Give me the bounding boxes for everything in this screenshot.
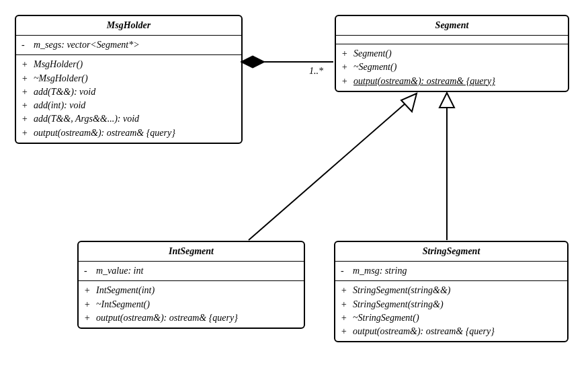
visibility: + <box>84 298 92 311</box>
class-stringsegment: StringSegment -m_msg: string +StringSegm… <box>334 241 569 342</box>
signature: output(ostream&): ostream& {query} <box>34 126 236 140</box>
visibility: + <box>341 47 349 61</box>
svg-marker-5 <box>439 93 454 108</box>
class-title-msgholder: MsgHolder <box>16 16 241 36</box>
ops-intsegment: +IntSegment(int) +~IntSegment() +output(… <box>79 280 304 328</box>
class-title-intsegment: IntSegment <box>79 242 304 262</box>
class-msgholder: MsgHolder - m_segs: vector<Segment*> +Ms… <box>15 15 243 144</box>
visibility: - <box>341 264 349 278</box>
signature: StringSegment(string&) <box>353 298 562 311</box>
visibility: + <box>22 112 30 126</box>
signature: MsgHolder() <box>34 58 236 71</box>
op-row: +~Segment() <box>341 61 562 74</box>
attrs-segment <box>336 36 568 44</box>
signature: output(ostream&): ostream& {query} <box>353 75 562 88</box>
svg-marker-3 <box>401 93 417 112</box>
attrs-msgholder: - m_segs: vector<Segment*> <box>16 36 241 54</box>
class-title-segment: Segment <box>336 16 568 36</box>
visibility: + <box>341 325 349 338</box>
svg-line-2 <box>249 99 411 240</box>
signature: m_segs: vector<Segment*> <box>34 38 236 52</box>
rel-generalization-stringsegment-segment <box>439 93 454 240</box>
visibility: + <box>84 284 92 297</box>
attr-row: -m_msg: string <box>341 264 562 278</box>
visibility: + <box>22 85 30 99</box>
op-row: +StringSegment(string&) <box>341 298 562 311</box>
op-row: +MsgHolder() <box>22 58 236 71</box>
signature: StringSegment(string&&) <box>353 284 562 297</box>
signature: ~StringSegment() <box>353 311 562 325</box>
ops-segment: +Segment() +~Segment() +output(ostream&)… <box>336 44 568 91</box>
attr-row: - m_segs: vector<Segment*> <box>22 38 236 52</box>
signature: ~MsgHolder() <box>34 72 236 85</box>
visibility: + <box>84 311 92 325</box>
visibility: - <box>84 264 92 278</box>
signature: m_value: int <box>96 264 298 278</box>
visibility: + <box>341 61 349 74</box>
signature: output(ostream&): ostream& {query} <box>353 325 562 338</box>
op-row: +output(ostream&): ostream& {query} <box>341 325 562 338</box>
svg-marker-1 <box>241 56 265 68</box>
op-row: +output(ostream&): ostream& {query} <box>84 311 298 325</box>
ops-stringsegment: +StringSegment(string&&) +StringSegment(… <box>335 280 567 341</box>
visibility: + <box>341 284 349 297</box>
op-row: +output(ostream&): ostream& {query} <box>341 75 562 88</box>
uml-canvas: MsgHolder - m_segs: vector<Segment*> +Ms… <box>0 0 588 384</box>
multiplicity-label: 1..* <box>309 66 323 77</box>
visibility: + <box>22 58 30 71</box>
op-row: +~StringSegment() <box>341 311 562 325</box>
class-intsegment: IntSegment -m_value: int +IntSegment(int… <box>77 241 305 329</box>
attrs-intsegment: -m_value: int <box>79 262 304 280</box>
signature: Segment() <box>353 47 562 61</box>
op-row: +~IntSegment() <box>84 298 298 311</box>
attr-row: -m_value: int <box>84 264 298 278</box>
class-segment: Segment +Segment() +~Segment() +output(o… <box>335 15 569 92</box>
signature: output(ostream&): ostream& {query} <box>96 311 298 325</box>
op-row: +Segment() <box>341 47 562 61</box>
op-row: +add(int): void <box>22 99 236 112</box>
op-row: +IntSegment(int) <box>84 284 298 297</box>
op-row: +output(ostream&): ostream& {query} <box>22 126 236 140</box>
visibility: + <box>341 311 349 325</box>
visibility: + <box>341 298 349 311</box>
attrs-stringsegment: -m_msg: string <box>335 262 567 280</box>
visibility: + <box>22 99 30 112</box>
class-title-stringsegment: StringSegment <box>335 242 567 262</box>
signature: add(int): void <box>34 99 236 112</box>
rel-generalization-intsegment-segment <box>249 93 417 240</box>
signature: IntSegment(int) <box>96 284 298 297</box>
signature: add(T&&): void <box>34 85 236 99</box>
signature: m_msg: string <box>353 264 562 278</box>
visibility: - <box>22 38 30 52</box>
signature: ~Segment() <box>353 61 562 74</box>
visibility: + <box>22 72 30 85</box>
ops-msgholder: +MsgHolder() +~MsgHolder() +add(T&&): vo… <box>16 54 241 143</box>
visibility: + <box>22 126 30 140</box>
op-row: +add(T&&, Args&&...): void <box>22 112 236 126</box>
op-row: +~MsgHolder() <box>22 72 236 85</box>
visibility: + <box>341 75 349 88</box>
op-row: +add(T&&): void <box>22 85 236 99</box>
signature: add(T&&, Args&&...): void <box>34 112 236 126</box>
signature: ~IntSegment() <box>96 298 298 311</box>
op-row: +StringSegment(string&&) <box>341 284 562 297</box>
